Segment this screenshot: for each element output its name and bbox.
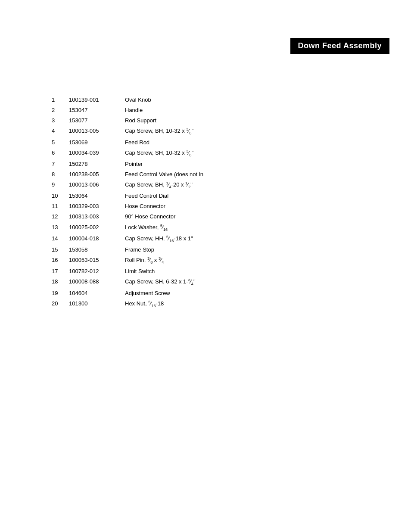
part-id: 100013-006 xyxy=(69,180,125,191)
part-id: 100053-015 xyxy=(69,255,125,266)
table-row: 17100782-012Limit Switch xyxy=(52,266,353,277)
table-row: 6100034-039Cap Screw, SH, 10-32 x 3⁄8" xyxy=(52,148,353,159)
part-number: 6 xyxy=(52,148,69,159)
part-id: 153058 xyxy=(69,245,125,255)
part-desc: Pointer xyxy=(125,159,353,169)
part-id: 100034-039 xyxy=(69,148,125,159)
table-row: 1100139-001Oval Knob xyxy=(52,95,353,105)
part-desc: Cap Screw, BH, 10-32 x 3⁄8" xyxy=(125,126,353,137)
table-row: 20101300Hex Nut, 5⁄16-18 xyxy=(52,299,353,310)
table-row: 16100053-015Roll Pin, 3⁄8 x 3⁄4 xyxy=(52,255,353,266)
part-id: 104604 xyxy=(69,288,125,299)
part-id: 153047 xyxy=(69,105,125,115)
part-id: 150278 xyxy=(69,159,125,169)
table-row: 19104604Adjustment Screw xyxy=(52,288,353,299)
part-desc: Cap Screw, HH, 5⁄16-18 x 1" xyxy=(125,233,353,245)
page-title: Down Feed Assembly xyxy=(298,41,382,50)
page-container: Down Feed Assembly 1100139-001Oval Knob2… xyxy=(0,0,411,532)
table-row: 9100013-006Cap Screw, BH, 1⁄4-20 x 1⁄2" xyxy=(52,180,353,191)
part-number: 5 xyxy=(52,137,69,148)
table-row: 14100004-018Cap Screw, HH, 5⁄16-18 x 1" xyxy=(52,233,353,245)
table-row: 8100238-005Feed Control Valve (does not … xyxy=(52,169,353,180)
part-id: 100238-005 xyxy=(69,169,125,180)
part-number: 16 xyxy=(52,255,69,266)
part-id: 100313-003 xyxy=(69,212,125,222)
part-desc: Limit Switch xyxy=(125,266,353,277)
table-row: 15153058Frame Stop xyxy=(52,245,353,255)
part-desc: Hose Connector xyxy=(125,201,353,212)
table-row: 10153064Feed Control Dial xyxy=(52,191,353,201)
part-id: 153064 xyxy=(69,191,125,201)
part-number: 8 xyxy=(52,169,69,180)
part-desc: Roll Pin, 3⁄8 x 3⁄4 xyxy=(125,255,353,266)
part-desc: Cap Screw, SH, 6-32 x 1-3⁄4" xyxy=(125,277,353,288)
table-row: 18100008-088Cap Screw, SH, 6-32 x 1-3⁄4" xyxy=(52,277,353,288)
table-row: 7150278Pointer xyxy=(52,159,353,169)
part-desc: Cap Screw, SH, 10-32 x 3⁄8" xyxy=(125,148,353,159)
part-number: 19 xyxy=(52,288,69,299)
part-desc: 90° Hose Connector xyxy=(125,212,353,222)
part-id: 100025-002 xyxy=(69,222,125,233)
part-number: 15 xyxy=(52,245,69,255)
table-row: 2153047Handle xyxy=(52,105,353,115)
part-desc: Hex Nut, 5⁄16-18 xyxy=(125,299,353,310)
part-number: 17 xyxy=(52,266,69,277)
part-id: 100329-003 xyxy=(69,201,125,212)
table-row: 13100025-002Lock Washer, 5⁄16 xyxy=(52,222,353,233)
part-id: 100782-012 xyxy=(69,266,125,277)
part-number: 1 xyxy=(52,95,69,105)
table-row: 11100329-003Hose Connector xyxy=(52,201,353,212)
part-id: 153069 xyxy=(69,137,125,148)
part-number: 2 xyxy=(52,105,69,115)
part-number: 12 xyxy=(52,212,69,222)
part-desc: Feed Control Dial xyxy=(125,191,353,201)
part-desc: Rod Support xyxy=(125,115,353,126)
part-id: 100139-001 xyxy=(69,95,125,105)
part-number: 10 xyxy=(52,191,69,201)
part-number: 7 xyxy=(52,159,69,169)
table-row: 12100313-00390° Hose Connector xyxy=(52,212,353,222)
part-number: 9 xyxy=(52,180,69,191)
part-id: 101300 xyxy=(69,299,125,310)
part-number: 14 xyxy=(52,233,69,245)
table-row: 4100013-005Cap Screw, BH, 10-32 x 3⁄8" xyxy=(52,126,353,137)
part-id: 100013-005 xyxy=(69,126,125,137)
title-banner: Down Feed Assembly xyxy=(290,38,389,54)
table-row: 3153077Rod Support xyxy=(52,115,353,126)
part-desc: Oval Knob xyxy=(125,95,353,105)
part-number: 3 xyxy=(52,115,69,126)
part-desc: Adjustment Screw xyxy=(125,288,353,299)
part-id: 100008-088 xyxy=(69,277,125,288)
part-desc: Lock Washer, 5⁄16 xyxy=(125,222,353,233)
part-number: 13 xyxy=(52,222,69,233)
part-id: 153077 xyxy=(69,115,125,126)
part-number: 11 xyxy=(52,201,69,212)
parts-table: 1100139-001Oval Knob2153047Handle3153077… xyxy=(52,95,353,310)
part-number: 18 xyxy=(52,277,69,288)
part-desc: Frame Stop xyxy=(125,245,353,255)
part-desc: Cap Screw, BH, 1⁄4-20 x 1⁄2" xyxy=(125,180,353,191)
part-id: 100004-018 xyxy=(69,233,125,245)
part-desc: Feed Control Valve (does not in xyxy=(125,169,353,180)
table-row: 5153069Feed Rod xyxy=(52,137,353,148)
part-number: 20 xyxy=(52,299,69,310)
part-number: 4 xyxy=(52,126,69,137)
part-desc: Handle xyxy=(125,105,353,115)
part-desc: Feed Rod xyxy=(125,137,353,148)
